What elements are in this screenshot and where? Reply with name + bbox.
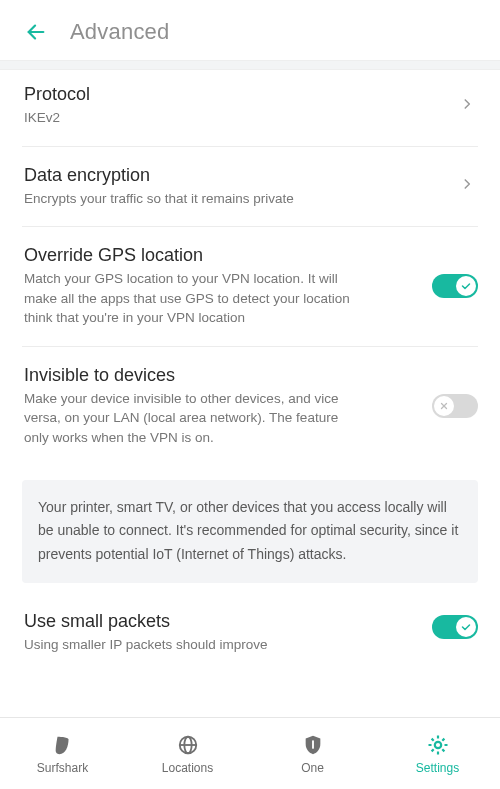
check-icon (460, 621, 472, 633)
row-title: Use small packets (24, 611, 418, 632)
check-icon (460, 280, 472, 292)
toggle-gps[interactable] (432, 274, 478, 298)
row-subtitle: Using smaller IP packets should improve (24, 635, 344, 655)
toggle-invisible[interactable] (432, 394, 478, 418)
nav-label: One (301, 761, 324, 775)
settings-content: Protocol IKEv2 Data encryption Encrypts … (0, 66, 500, 717)
gear-icon (425, 733, 451, 757)
arrow-left-icon (25, 21, 47, 43)
back-button[interactable] (22, 18, 50, 46)
chevron-right-icon (460, 93, 474, 119)
row-subtitle: IKEv2 (24, 108, 418, 128)
bottom-fade (0, 697, 500, 717)
surfshark-icon (50, 733, 76, 757)
topbar: Advanced (0, 0, 500, 60)
row-small-packets: Use small packets Using smaller IP packe… (22, 593, 478, 661)
row-title: Data encryption (24, 165, 418, 186)
toggle-knob (434, 396, 454, 416)
info-box: Your printer, smart TV, or other devices… (22, 480, 478, 583)
page-title: Advanced (70, 19, 169, 45)
nav-locations[interactable]: Locations (125, 718, 250, 789)
row-subtitle: Make your device invisible to other devi… (24, 389, 344, 448)
svg-point-7 (434, 741, 440, 747)
toggle-knob (456, 617, 476, 637)
x-icon (439, 401, 449, 411)
nav-label: Settings (416, 761, 459, 775)
bottom-nav: Surfshark Locations One Settings (0, 717, 500, 789)
svg-rect-6 (312, 740, 314, 748)
row-subtitle: Match your GPS location to your VPN loca… (24, 269, 354, 328)
shield-icon (300, 733, 326, 757)
row-subtitle: Encrypts your traffic so that it remains… (24, 189, 418, 209)
nav-label: Locations (162, 761, 213, 775)
toggle-knob (456, 276, 476, 296)
toggle-packets[interactable] (432, 615, 478, 639)
row-protocol[interactable]: Protocol IKEv2 (22, 66, 478, 147)
nav-surfshark[interactable]: Surfshark (0, 718, 125, 789)
row-title: Invisible to devices (24, 365, 418, 386)
globe-icon (175, 733, 201, 757)
row-invisible: Invisible to devices Make your device in… (22, 347, 478, 466)
nav-label: Surfshark (37, 761, 88, 775)
row-title: Protocol (24, 84, 418, 105)
chevron-right-icon (460, 173, 474, 199)
row-title: Override GPS location (24, 245, 418, 266)
nav-one[interactable]: One (250, 718, 375, 789)
row-override-gps: Override GPS location Match your GPS loc… (22, 227, 478, 347)
row-data-encryption[interactable]: Data encryption Encrypts your traffic so… (22, 147, 478, 228)
nav-settings[interactable]: Settings (375, 718, 500, 789)
